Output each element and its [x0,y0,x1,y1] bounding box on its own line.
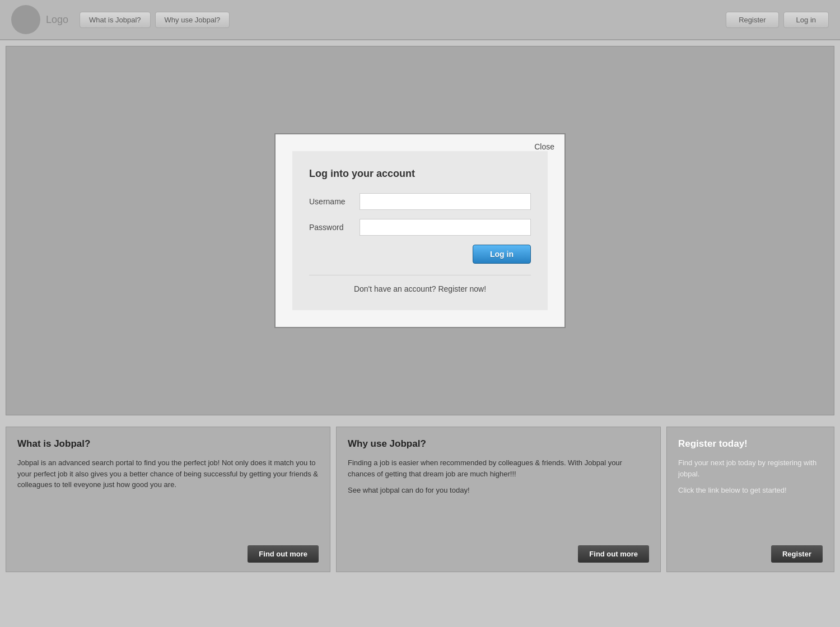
why-use-jobpal-body: Finding a job is easier when recommended… [348,457,649,539]
register-today-btn[interactable]: Register [771,545,823,563]
register-link-text[interactable]: Don't have an account? Register now! [354,284,486,293]
why-use-jobpal-btn[interactable]: Find out more [578,545,649,563]
nav-what-is-jobpal[interactable]: What is Jobpal? [80,12,151,28]
login-modal: Close Log into your account Username Pas… [274,133,566,328]
what-is-jobpal-title: What is Jobpal? [17,438,319,450]
why-use-jobpal-footer: Find out more [348,545,649,563]
what-is-jobpal-btn[interactable]: Find out more [248,545,319,563]
navbar: Logo What is Jobpal? Why use Jobpal? Reg… [0,0,840,40]
modal-title: Log into your account [309,168,531,180]
username-row: Username [309,193,531,210]
login-nav-button[interactable]: Log in [783,12,829,28]
why-use-jobpal-body-text-2: See what jobpal can do for you today! [348,485,649,496]
logo-text: Logo [46,14,68,26]
login-submit-button[interactable]: Log in [473,245,531,264]
password-row: Password [309,219,531,236]
login-btn-row: Log in [309,245,531,264]
logo-area: Logo [11,5,68,34]
close-button[interactable]: Close [534,142,554,151]
username-input[interactable] [360,193,531,210]
logo-icon [11,5,40,34]
nav-right: Register Log in [726,12,829,28]
register-today-body-text-2: Click the link below to get started! [678,485,823,496]
why-use-jobpal-card: Why use Jobpal? Finding a job is easier … [336,427,661,572]
why-use-jobpal-title: Why use Jobpal? [348,438,649,450]
register-today-title: Register today! [678,438,823,450]
what-is-jobpal-card: What is Jobpal? Jobpal is an advanced se… [6,427,330,572]
password-input[interactable] [360,219,531,236]
register-link-row: Don't have an account? Register now! [309,275,531,293]
register-today-footer: Register [678,545,823,563]
modal-inner: Log into your account Username Password … [292,151,548,310]
what-is-jobpal-footer: Find out more [17,545,319,563]
why-use-jobpal-body-text-1: Finding a job is easier when recommended… [348,457,649,479]
username-label: Username [309,197,360,206]
what-is-jobpal-body: Jobpal is an advanced search portal to f… [17,457,319,539]
register-today-card: Register today! Find your next job today… [666,427,834,572]
nav-why-use-jobpal[interactable]: Why use Jobpal? [155,12,230,28]
hero-section: Close Log into your account Username Pas… [6,46,834,415]
nav-links: What is Jobpal? Why use Jobpal? [80,12,726,28]
what-is-jobpal-body-text: Jobpal is an advanced search portal to f… [17,457,319,490]
cards-section: What is Jobpal? Jobpal is an advanced se… [0,421,840,578]
register-nav-button[interactable]: Register [726,12,778,28]
register-today-body-text-1: Find your next job today by registering … [678,457,823,479]
password-label: Password [309,223,360,232]
register-today-body: Find your next job today by registering … [678,457,823,539]
